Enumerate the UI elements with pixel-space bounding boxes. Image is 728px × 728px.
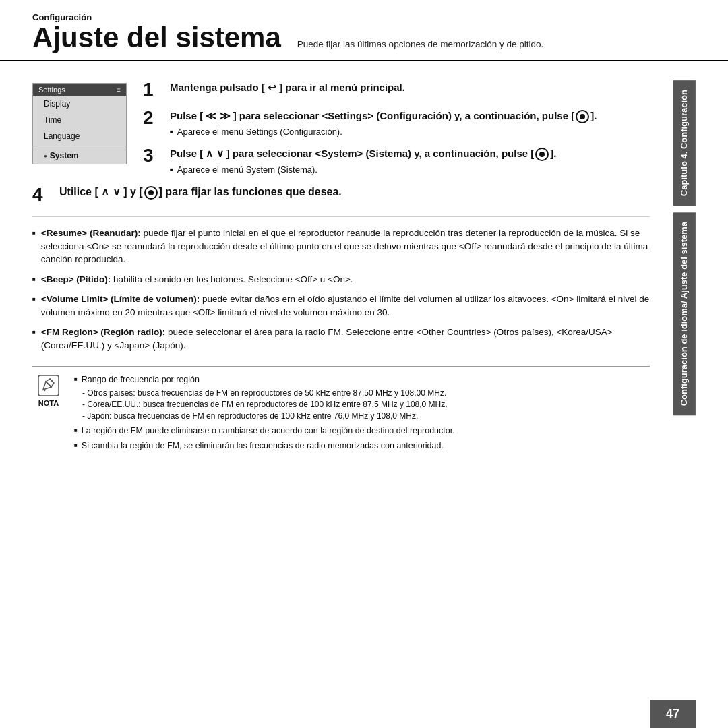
nota-sub-1-text: Otros países: busca frecuencias de FM en… (87, 388, 446, 398)
nota-sub-1: Otros países: busca frecuencias de FM en… (74, 388, 650, 399)
bullets-section: <Resume> (Reanudar): puede fijar el punt… (32, 216, 650, 359)
steps-list: 1 Mantenga pulsado [ ↩ ] para ir al menú… (143, 80, 650, 175)
nota-extra-2: Si cambia la región de FM, se eliminarán… (74, 439, 650, 452)
step-3-content: Pulse [ ∧ ∨ ] para seleccionar <System> … (170, 146, 650, 175)
sidebar-tab-1: Capítulo 4. Configuración (673, 80, 696, 206)
device-menu-item-time[interactable]: Time (33, 112, 126, 128)
right-sidebar: Capítulo 4. Configuración Configuración … (650, 80, 696, 728)
step-1: 1 Mantenga pulsado [ ↩ ] para ir al menú… (143, 80, 650, 99)
step-3-note-text: Aparece el menú System (Sistema). (177, 164, 317, 175)
nota-extra-2-text: Si cambia la región de FM, se eliminarán… (82, 439, 444, 452)
sidebar-tab-2: Configuración de idioma/ Ajuste del sist… (673, 212, 696, 415)
nota-content: Rango de frecuencia por región Otros paí… (74, 373, 650, 453)
bullet-beep-text: <Beep> (Pitido): habilita el sonido en l… (41, 273, 353, 286)
device-menu-item-system[interactable]: System (33, 148, 126, 164)
bullet-volume-limit-text: <Volume Limit> (Límite de volumen): pued… (41, 293, 650, 319)
content-main: Settings ≡ Display Time Language System … (32, 80, 650, 728)
nota-pencil-icon (36, 373, 61, 398)
nota-sub-3-text: Japón: busca frecuencias de FM en reprod… (87, 411, 418, 421)
svg-line-2 (43, 390, 45, 391)
device-menu-title: Settings (38, 86, 65, 94)
step-3-number: 3 (143, 146, 162, 165)
nota-section: NOTA Rango de frecuencia por región Otro… (32, 366, 650, 453)
sidebar-tab-1-text: Capítulo 4. Configuración (679, 90, 689, 196)
bullet-fm-region: <FM Region> (Región radio): puede selecc… (32, 326, 650, 352)
content-area: Settings ≡ Display Time Language System … (0, 61, 728, 728)
nota-icon-area: NOTA (32, 373, 65, 407)
step-2-content: Pulse [ ≪ ≫ ] para seleccionar <Settings… (170, 109, 650, 137)
device-menu-header: Settings ≡ (33, 84, 126, 96)
step-1-content: Mantenga pulsado [ ↩ ] para ir al menú p… (170, 80, 650, 94)
step-2-number: 2 (143, 109, 162, 127)
page-number: 47 (650, 700, 696, 728)
section-label: Configuración (32, 12, 696, 22)
device-menu: Settings ≡ Display Time Language System (32, 83, 127, 164)
step-3-note: Aparece el menú System (Sistema). (170, 164, 650, 175)
page-number-text: 47 (666, 707, 679, 721)
step-1-number: 1 (143, 80, 162, 99)
step-2-note-text: Aparece el menú Settings (Configuración)… (177, 127, 342, 137)
nota-extra-1: La región de FM puede eliminarse o cambi… (74, 425, 650, 437)
bullet-fm-region-text: <FM Region> (Región radio): puede selecc… (41, 326, 650, 352)
bullet-volume-limit: <Volume Limit> (Límite de volumen): pued… (32, 293, 650, 319)
steps-area: Settings ≡ Display Time Language System … (32, 80, 650, 175)
header: Configuración Ajuste del sistema Puede f… (0, 0, 728, 61)
step-3-text: Pulse [ ∧ ∨ ] para seleccionar <System> … (170, 146, 650, 161)
bullet-resume: <Resume> (Reanudar): puede fijar el punt… (32, 226, 650, 266)
nota-extra-1-text: La región de FM puede eliminarse o cambi… (82, 425, 455, 437)
nota-sub-2-text: Corea/EE.UU.: busca frecuencias de FM en… (87, 400, 447, 409)
nota-main-bullet-text: Rango de frecuencia por región (82, 373, 200, 386)
bullet-resume-text: <Resume> (Reanudar): puede fijar el punt… (41, 226, 650, 266)
device-menu-item-language[interactable]: Language (33, 128, 126, 144)
step-4: 4 Utilice [ ∧ ∨ ] y [] para fijar las fu… (32, 185, 650, 204)
device-menu-separator (33, 146, 126, 146)
svg-rect-0 (38, 375, 59, 396)
step-2: 2 Pulse [ ≪ ≫ ] para seleccionar <Settin… (143, 109, 650, 137)
step-2-text: Pulse [ ≪ ≫ ] para seleccionar <Settings… (170, 109, 650, 123)
device-menu-item-display[interactable]: Display (33, 96, 126, 112)
nota-main-bullet: Rango de frecuencia por región (74, 373, 650, 386)
sidebar-tab-2-text: Configuración de idioma/ Ajuste del sist… (679, 222, 689, 406)
svg-line-1 (50, 379, 54, 383)
step-2-note: Aparece el menú Settings (Configuración)… (170, 127, 650, 137)
nota-sub-2: Corea/EE.UU.: busca frecuencias de FM en… (74, 399, 650, 411)
step-4-text: Utilice [ ∧ ∨ ] y [] para fijar las func… (59, 185, 342, 200)
bullet-beep: <Beep> (Pitido): habilita el sonido en l… (32, 273, 650, 286)
step-4-number: 4 (32, 185, 51, 204)
nota-label: NOTA (38, 399, 59, 407)
page: Configuración Ajuste del sistema Puede f… (0, 0, 728, 728)
step-1-text: Mantenga pulsado [ ↩ ] para ir al menú p… (170, 80, 650, 94)
header-subtitle: Puede fijar las últimas opciones de memo… (297, 39, 543, 49)
step-3: 3 Pulse [ ∧ ∨ ] para seleccionar <System… (143, 146, 650, 175)
device-menu-icon: ≡ (117, 86, 121, 94)
main-title: Ajuste del sistema (32, 24, 281, 52)
nota-sub-3: Japón: busca frecuencias de FM en reprod… (74, 411, 650, 422)
